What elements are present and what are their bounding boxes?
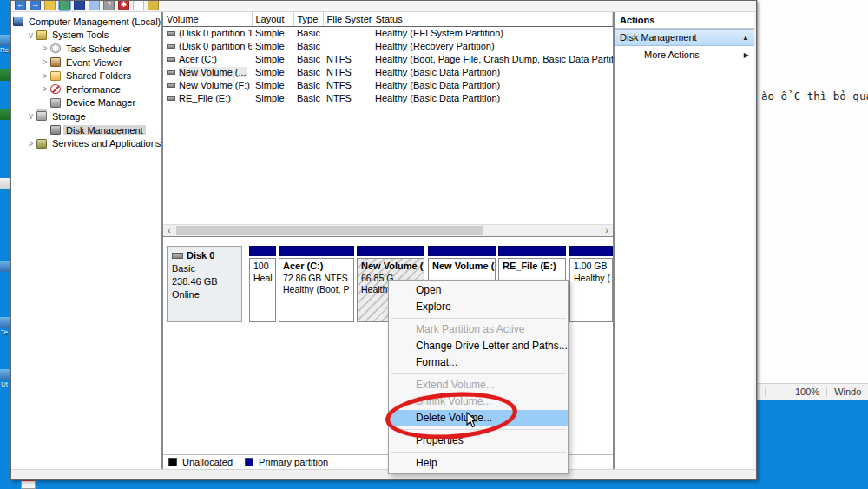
task-scheduler-icon — [50, 43, 61, 53]
volume-list-pane: Volume Layout Type File System Status (D… — [162, 12, 614, 237]
back-icon[interactable]: ← — [15, 1, 26, 10]
menu-item-properties[interactable]: Properties — [389, 433, 568, 449]
tree-item-disk-management[interactable]: Disk Management — [11, 123, 161, 137]
menu-separator — [391, 452, 566, 453]
partition-color-bar — [569, 246, 613, 256]
statusbar-divider — [765, 387, 766, 397]
collapse-icon[interactable]: ▲ — [742, 34, 749, 42]
tree-item-computer-management[interactable]: Computer Management (Local) — [11, 15, 161, 29]
menu-item-format[interactable]: Format... — [389, 354, 568, 371]
volume-row-selected[interactable]: New Volume (... Simple Basic NTFS Health… — [163, 65, 613, 78]
tree-item-shared-folders[interactable]: >Shared Folders — [11, 69, 161, 83]
menu-separator — [391, 373, 566, 374]
primary-partition-color-swatch — [245, 458, 253, 466]
computer-management-icon — [13, 17, 23, 26]
tree-item-task-scheduler[interactable]: >Task Scheduler — [11, 42, 161, 56]
action-pane-icon[interactable] — [148, 1, 159, 10]
partition-recovery[interactable]: 1.00 GBHealthy ( — [569, 246, 613, 322]
desktop-icon-image — [0, 317, 10, 328]
volume-row[interactable]: (Disk 0 partition 1) Simple Basic Health… — [163, 26, 613, 39]
scroll-left-icon[interactable]: ‹ — [163, 226, 175, 236]
menu-separator — [391, 318, 566, 319]
shared-folders-icon — [50, 71, 61, 81]
scrollbar-track[interactable] — [175, 225, 601, 236]
expander-icon[interactable]: v — [25, 30, 36, 40]
tree-item-device-manager[interactable]: Device Manager — [11, 96, 161, 110]
menu-item-mark-partition-active: Mark Partition as Active — [389, 321, 568, 338]
volume-icon — [167, 44, 175, 49]
menu-item-help[interactable]: Help — [389, 455, 568, 472]
column-header-filesystem[interactable]: File System — [323, 12, 372, 26]
desktop: { "colors": { "desktop": "#0b86dc", "pri… — [0, 0, 868, 489]
expander-icon[interactable]: > — [39, 71, 50, 81]
more-actions-item[interactable]: More Actions ▶ — [615, 46, 754, 63]
partition-color-bar — [357, 246, 424, 256]
background-text-window: ào ổ C thì bỏ qua 100% Windo — [757, 0, 868, 400]
desktop-icon-image — [0, 178, 10, 189]
menu-item-open[interactable]: Open — [389, 282, 568, 299]
services-applications-icon — [36, 139, 47, 149]
legend-primary-label: Primary partition — [259, 457, 328, 467]
volume-table-header: Volume Layout Type File System Status — [163, 12, 613, 26]
desktop-icon-image — [0, 261, 10, 272]
tree-item-performance[interactable]: >Performance — [11, 83, 161, 96]
expander-icon[interactable]: > — [39, 43, 50, 53]
horizontal-scrollbar[interactable]: ‹ › — [163, 224, 613, 236]
partition-color-bar — [249, 246, 276, 256]
help-icon[interactable]: ? — [103, 1, 115, 10]
partition-efi[interactable]: 100Heal — [249, 246, 276, 322]
volume-icon — [167, 96, 175, 101]
forward-icon[interactable]: → — [30, 1, 41, 10]
menu-item-explore[interactable]: Explore — [389, 299, 568, 315]
expander-icon[interactable]: > — [25, 139, 36, 149]
partition-color-bar — [428, 246, 496, 256]
tree-item-system-tools[interactable]: vSystem Tools — [11, 29, 161, 43]
menu-item-change-drive-letter[interactable]: Change Drive Letter and Paths... — [389, 338, 568, 354]
tree-item-event-viewer[interactable]: >Event Viewer — [11, 56, 161, 69]
volume-row[interactable]: RE_File (E:) Simple Basic NTFS Healthy (… — [163, 91, 613, 104]
tree-item-storage[interactable]: vStorage — [11, 109, 161, 123]
device-manager-icon — [50, 98, 61, 108]
expander-icon[interactable]: > — [39, 84, 50, 94]
statusbar-divider — [826, 387, 827, 397]
volume-row[interactable]: (Disk 0 partition 6) Simple Basic Health… — [163, 39, 613, 52]
menu-item-delete-volume[interactable]: Delete Volume... — [389, 410, 568, 426]
volume-row[interactable]: Acer (C:) Simple Basic NTFS Healthy (Boo… — [163, 52, 613, 65]
column-header-layout[interactable]: Layout — [252, 12, 293, 26]
legend-unallocated-label: Unallocated — [182, 457, 233, 467]
actions-panel-title: Actions — [615, 12, 754, 29]
desktop-icon-image — [0, 109, 10, 120]
background-window-statusbar: 100% Windo — [758, 383, 868, 400]
scrollbar-thumb[interactable] — [176, 226, 483, 235]
actions-group-disk-management[interactable]: Disk Management ▲ — [615, 29, 754, 46]
console-tree: Computer Management (Local) vSystem Tool… — [11, 12, 162, 469]
properties-icon[interactable] — [74, 1, 85, 10]
partition-acer-c[interactable]: Acer (C:)72.86 GB NTFSHealthy (Boot, P — [279, 246, 354, 322]
volume-row[interactable]: New Volume (F:) Simple Basic NTFS Health… — [163, 78, 613, 91]
new-window-icon[interactable] — [133, 1, 144, 10]
expander-icon[interactable]: > — [39, 57, 50, 67]
zoom-level: 100% — [795, 387, 819, 397]
menu-separator — [391, 429, 566, 430]
favorites-icon[interactable]: ✱ — [118, 1, 129, 10]
console-tree-icon[interactable] — [59, 1, 70, 10]
performance-icon — [50, 84, 61, 94]
column-header-status[interactable]: Status — [372, 12, 613, 26]
disk0-info-panel[interactable]: Disk 0 Basic 238.46 GB Online — [167, 246, 242, 322]
menu-item-extend-volume: Extend Volume... — [389, 377, 568, 393]
volume-icon — [167, 70, 175, 75]
volume-table: Volume Layout Type File System Status (D… — [163, 12, 613, 104]
scroll-right-icon[interactable]: › — [601, 226, 613, 236]
disk0-status: Online — [172, 288, 237, 301]
folder-icon[interactable] — [44, 1, 56, 10]
partition-color-bar — [279, 246, 354, 256]
column-header-type[interactable]: Type — [293, 12, 323, 26]
column-header-volume[interactable]: Volume — [163, 12, 252, 26]
partition-context-menu: Open Explore Mark Partition as Active Ch… — [388, 280, 569, 474]
expander-icon[interactable]: v — [25, 111, 36, 121]
unallocated-color-swatch — [168, 458, 177, 466]
list-view-icon[interactable] — [89, 1, 100, 10]
tree-item-services-applications[interactable]: >Services and Applications — [11, 136, 161, 150]
note-text: ào ổ C thì bỏ qua — [761, 89, 868, 102]
disk-management-icon — [50, 125, 61, 135]
